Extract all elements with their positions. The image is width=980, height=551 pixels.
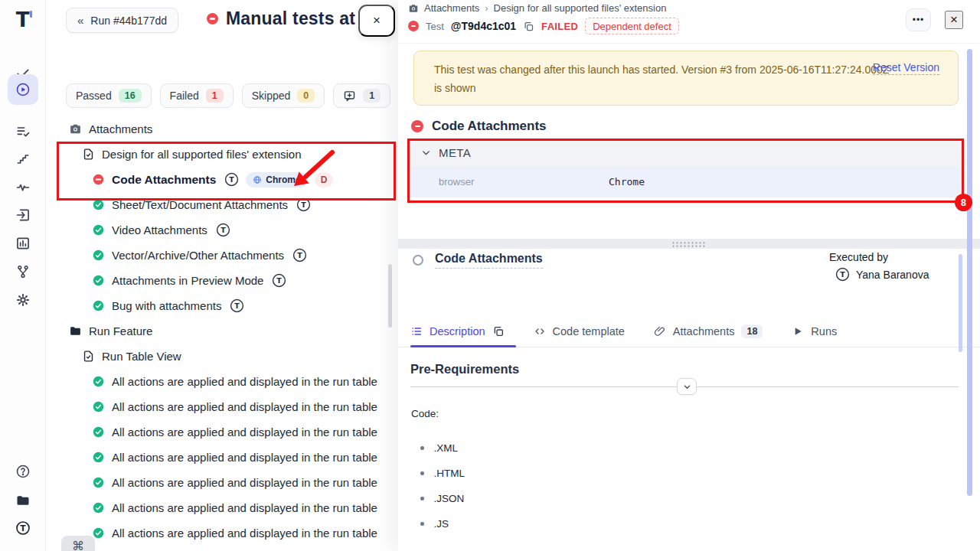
chip-count-badge: 16 xyxy=(119,89,142,103)
sidebar-item-runs[interactable] xyxy=(8,74,38,105)
list-item-text: .HTML xyxy=(434,468,466,479)
clip-icon xyxy=(654,325,666,337)
tab-attachments[interactable]: Attachments18 xyxy=(654,324,763,338)
list-check-icon xyxy=(15,124,31,139)
meta-block: META browserChrome xyxy=(407,139,961,197)
executed-by-user: T Yana Baranova xyxy=(835,267,929,282)
section-title: Code Attachments xyxy=(432,119,547,134)
svg-text:T: T xyxy=(235,302,240,310)
tree-row-label: Vector/Archive/Other Attachments xyxy=(112,249,284,262)
tree-row[interactable]: Video AttachmentsT xyxy=(46,217,398,243)
tree-row-label: Run Feature xyxy=(89,324,152,337)
test-detail-drawer: Attachments › Design for all supported f… xyxy=(398,0,980,551)
play-circle-icon xyxy=(15,82,31,97)
drawer-scrollbar-thumb[interactable] xyxy=(967,49,972,496)
sidebar-item-help[interactable] xyxy=(8,458,38,485)
sidebar-item-milestones[interactable] xyxy=(8,145,38,173)
sidebar-item-pulse[interactable] xyxy=(8,174,38,201)
tree-row[interactable]: Bug with attachmentsT xyxy=(46,293,398,318)
close-panel-button[interactable]: × xyxy=(945,11,963,29)
step-title[interactable]: Code Attachments xyxy=(435,252,543,269)
filter-chip-passed[interactable]: Passed16 xyxy=(66,83,152,108)
tab-runs[interactable]: Runs xyxy=(792,325,837,337)
sidebar-item-profile[interactable]: T xyxy=(8,514,38,542)
meta-accordion-header[interactable]: META xyxy=(407,139,961,166)
tree-row[interactable]: All actions are applied and displayed in… xyxy=(46,470,398,495)
comments-filter-chip[interactable]: 1 xyxy=(333,83,390,108)
close-icon: × xyxy=(373,13,381,28)
run-title-row: Manual tests at xyxy=(207,8,355,29)
active-tab-underline xyxy=(410,345,516,347)
t-avatar-icon: T xyxy=(15,520,31,536)
tree-row[interactable]: Sheet/Text/Document AttachmentsT xyxy=(46,192,398,217)
tab-description[interactable]: Description xyxy=(410,325,505,337)
tree-row-label: All actions are applied and displayed in… xyxy=(112,375,377,388)
tree-row[interactable]: Vector/Archive/Other AttachmentsT xyxy=(46,243,398,268)
tree-row-label: Bug with attachments xyxy=(112,299,221,312)
step-status-circle-icon xyxy=(413,255,423,266)
tree-row[interactable]: Code AttachmentsTChromeD xyxy=(46,167,398,192)
tree-row[interactable]: Attachments in Preview ModeT xyxy=(46,268,398,293)
breadcrumb-separator: › xyxy=(485,2,488,14)
tree-row[interactable]: All actions are applied and displayed in… xyxy=(46,495,398,520)
tree-row[interactable]: Attachments xyxy=(46,116,398,142)
tab-code-template[interactable]: Code template xyxy=(534,325,625,337)
sidebar-item-branches[interactable] xyxy=(8,258,38,285)
reset-version-link[interactable]: Reset Version xyxy=(873,61,939,75)
filter-chip-skipped[interactable]: Skipped0 xyxy=(242,83,325,108)
left-scrollbar-thumb[interactable] xyxy=(388,264,392,328)
gear-icon xyxy=(15,292,31,308)
folder-icon xyxy=(15,493,31,508)
command-shortcut-button[interactable]: ⌘ xyxy=(61,536,95,551)
tree-row[interactable]: All actions are applied and displayed in… xyxy=(46,419,398,445)
back-to-run-button[interactable]: « Run #44b177dd xyxy=(66,8,178,33)
tree-row[interactable]: Run Feature xyxy=(46,318,398,344)
test-tree: AttachmentsDesign for all supported file… xyxy=(46,116,398,546)
logo-t-icon: T xyxy=(16,8,30,31)
sidebar-item-import[interactable] xyxy=(8,201,38,229)
bullet-icon xyxy=(420,471,424,475)
meta-row: browserChrome xyxy=(407,166,961,197)
panel-resizer-handle[interactable] xyxy=(398,239,980,249)
chevron-down-icon xyxy=(421,148,431,158)
failed-status-icon xyxy=(408,21,419,31)
tree-row-label: All actions are applied and displayed in… xyxy=(112,476,377,489)
sidebar-item-analytics[interactable] xyxy=(8,230,38,257)
tree-row[interactable]: All actions are applied and displayed in… xyxy=(46,520,398,546)
filter-chip-failed[interactable]: Failed1 xyxy=(160,83,234,108)
chip-count-badge: 1 xyxy=(206,89,224,103)
defect-badge[interactable]: Dependent defect xyxy=(585,18,679,34)
tree-row[interactable]: Design for all supported files' extensio… xyxy=(46,142,398,167)
tree-row[interactable]: All actions are applied and displayed in… xyxy=(46,445,398,470)
tree-row-label: All actions are applied and displayed in… xyxy=(112,527,377,540)
app: T T « Run #44b177dd Manual tests at Pass… xyxy=(0,0,980,551)
breadcrumb-root[interactable]: Attachments xyxy=(424,2,479,14)
passed-icon xyxy=(92,425,105,439)
collapse-section-button[interactable] xyxy=(677,378,697,395)
sidebar-item-docs[interactable] xyxy=(8,487,38,514)
more-actions-button[interactable]: ••• xyxy=(906,8,931,31)
passed-icon xyxy=(92,274,105,287)
tree-row[interactable]: All actions are applied and displayed in… xyxy=(46,369,398,394)
tree-row[interactable]: Run Table View xyxy=(46,344,398,369)
globe-icon xyxy=(253,175,262,184)
step-scrollbar-thumb[interactable] xyxy=(959,254,962,352)
copy-test-id-icon[interactable] xyxy=(523,21,534,32)
copy-icon[interactable] xyxy=(492,325,505,337)
chip-label: Passed xyxy=(76,90,112,102)
svg-text:T: T xyxy=(840,270,845,279)
detail-tabs: DescriptionCode templateAttachments18Run… xyxy=(410,324,837,338)
app-logo[interactable]: T xyxy=(8,6,38,34)
app-sidebar: T T xyxy=(0,0,46,551)
sidebar-item-plans[interactable] xyxy=(8,118,38,145)
tab-label: Attachments xyxy=(673,325,735,337)
chip-count-badge: 0 xyxy=(297,89,315,103)
close-drawer-button[interactable]: × xyxy=(358,5,395,37)
camera-icon xyxy=(69,122,82,135)
meta-key: browser xyxy=(439,176,609,187)
tree-row[interactable]: All actions are applied and displayed in… xyxy=(46,394,398,419)
passed-icon xyxy=(92,249,105,262)
sidebar-item-settings[interactable] xyxy=(8,286,38,314)
doc-icon xyxy=(82,148,95,161)
prerequirements-heading: Pre-Requirements xyxy=(410,362,519,377)
